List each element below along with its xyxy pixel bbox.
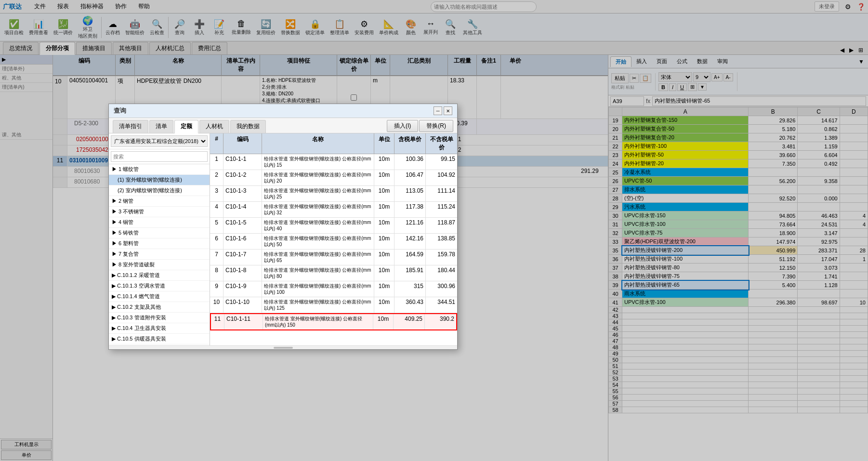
dialog-th-num: # <box>210 133 224 154</box>
dialog-th-tax-price: 含税单价 <box>395 133 426 154</box>
dialog-tree-item[interactable]: ▶ C.10.2 支架及其他 <box>109 302 210 313</box>
dialog-tree-item[interactable]: ▶ C.10.5 供暖器具安装 <box>109 334 210 344</box>
dialog-titlebar: 查询 ─ ✕ <box>109 104 457 118</box>
dialog-table-row[interactable]: 2 C10-1-2 给排水管道 室外螺纹钢管(螺纹连接) 公称直径(mm以内) … <box>210 170 457 186</box>
dialog-table-row[interactable]: 10 C10-1-10 给排水管道 室外螺纹钢管(螺纹连接) 公称直径(mm以内… <box>210 297 457 313</box>
dialog-tree-item[interactable]: ▶ 3 不锈钢管 <box>109 207 210 217</box>
dialog-tree-item[interactable]: ▶ 7 复合管 <box>109 249 210 260</box>
dialog-tree-item[interactable]: ▶ C.10.1.2 采暖管道 <box>109 270 210 281</box>
dialog-tab-list[interactable]: 清单 <box>149 120 173 133</box>
dialog-table-row[interactable]: 6 C10-1-6 给排水管道 室外螺纹钢管(螺纹连接) 公称直径(mm以内) … <box>210 234 457 250</box>
dialog-tree-item[interactable]: ▶ C.10.1.4 燃气管道 <box>109 291 210 302</box>
dialog-table-row[interactable]: 4 C10-1-4 给排水管道 室外螺纹钢管(螺纹连接) 公称直径(mm以内) … <box>210 202 457 218</box>
dialog-insert-btn[interactable]: 插入(I) <box>387 120 418 132</box>
dialog-table-row[interactable]: 5 C10-1-5 给排水管道 室外螺纹钢管(螺纹连接) 公称直径(mm以内) … <box>210 218 457 234</box>
dialog-tab-list-guide[interactable]: 清单指引 <box>113 120 148 133</box>
dialog-overlay: 查询 ─ ✕ 清单指引 清单 定额 人材机 我的数据 插入(I) 替换(R) <box>0 0 868 461</box>
dialog-table-row[interactable]: 3 C10-1-3 给排水管道 室外螺纹钢管(螺纹连接) 公称直径(mm以内) … <box>210 186 457 202</box>
dialog-table-row[interactable]: 1 C10-1-1 给排水管道 室外螺纹钢管(螺纹连接) 公称直径(mm以内) … <box>210 154 457 170</box>
dialog-tree-item[interactable]: ▶ C.10.1.3 空调水管道 <box>109 281 210 291</box>
query-dialog: 查询 ─ ✕ 清单指引 清单 定额 人材机 我的数据 插入(I) 替换(R) <box>108 104 458 350</box>
dialog-tab-material[interactable]: 人材机 <box>199 120 229 133</box>
dialog-th-code: 编码 <box>224 133 262 154</box>
dialog-th-name: 名称 <box>262 133 374 154</box>
dialog-tree-item[interactable]: ▶ 4 铜管 <box>109 217 210 228</box>
dialog-th-unit: 单位 <box>374 133 395 154</box>
dialog-title: 查询 <box>114 106 126 115</box>
dialog-table-row[interactable]: 9 C10-1-9 给排水管道 室外螺纹钢管(螺纹连接) 公称直径(mm以内) … <box>210 281 457 297</box>
dialog-tab-quota[interactable]: 定额 <box>174 120 198 133</box>
dialog-tree-item[interactable]: ▶ 5 铸铁管 <box>109 228 210 238</box>
dialog-tree-item[interactable]: (1) 室外螺纹钢管(螺纹连接) <box>109 175 210 185</box>
dialog-tab-mydata[interactable]: 我的数据 <box>230 120 266 133</box>
dialog-table-row[interactable]: 11 C10-1-11 给排水管道 室外螺纹钢管(螺纹连接) 公称直径(mm以内… <box>210 313 457 330</box>
dialog-table-row[interactable]: 8 C10-1-8 给排水管道 室外螺纹钢管(螺纹连接) 公称直径(mm以内) … <box>210 265 457 281</box>
dialog-tree-item[interactable]: ▶ C.10.4 卫生器具安装 <box>109 323 210 334</box>
dialog-minimize-btn[interactable]: ─ <box>434 106 442 115</box>
dialog-replace-btn[interactable]: 替换(R) <box>419 120 453 132</box>
dialog-tree-item[interactable]: ▶ 2 钢管 <box>109 196 210 207</box>
dialog-table-row[interactable]: 7 C10-1-7 给排水管道 室外螺纹钢管(螺纹连接) 公称直径(mm以内) … <box>210 250 457 265</box>
dialog-tree-item[interactable]: ▶ 6 塑料管 <box>109 238 210 249</box>
dialog-tree-item[interactable]: ▶ 1 螺纹管 <box>109 164 210 175</box>
dialog-th-no-tax: 不含税单价 <box>426 133 457 154</box>
dialog-tree-item[interactable]: ▶ C.10.3 管道附件安装 <box>109 313 210 323</box>
dialog-tree-item[interactable]: (2) 室内螺纹钢管(螺纹连接) <box>109 185 210 196</box>
tree-search-input[interactable] <box>111 151 208 162</box>
library-select[interactable]: 广东省通用安装工程综合定额(2018) <box>111 135 208 147</box>
dialog-tree-item[interactable]: ▶ 8 室外管道破裂 <box>109 260 210 270</box>
dialog-close-btn[interactable]: ✕ <box>444 106 452 115</box>
